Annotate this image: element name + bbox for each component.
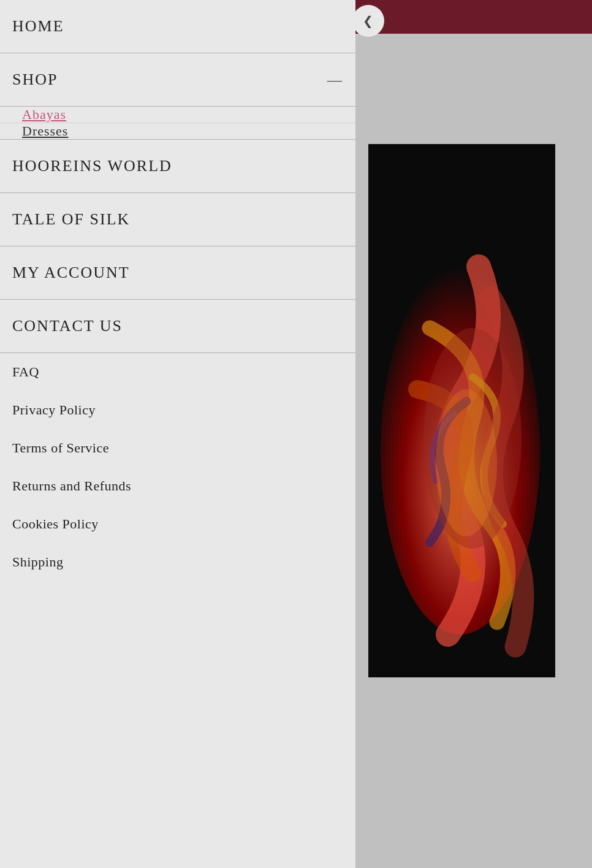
- nav-item-terms-of-service: Terms of Service: [0, 429, 355, 467]
- nav-link-shipping[interactable]: Shipping: [0, 543, 355, 581]
- main-navigation: HOME SHOP — AbayasDressesHOOREINS WORLDT…: [0, 0, 355, 581]
- nav-link-faq[interactable]: FAQ: [0, 353, 355, 391]
- shop-toggle-icon[interactable]: —: [327, 72, 343, 88]
- nav-item-shipping: Shipping: [0, 543, 355, 581]
- sub-link-dresses[interactable]: Dresses: [0, 111, 80, 151]
- nav-panel: HOME SHOP — AbayasDressesHOOREINS WORLDT…: [0, 0, 355, 868]
- nav-item-home: HOME: [0, 0, 355, 53]
- back-button[interactable]: [352, 5, 384, 37]
- nav-link-tale-of-silk[interactable]: TALE OF SILK: [0, 193, 355, 246]
- shop-label: SHOP: [12, 70, 58, 89]
- nav-link-contact-us[interactable]: CONTACT US: [0, 300, 355, 352]
- sub-item-dresses: Dresses: [0, 123, 355, 139]
- nav-item-contact-us: CONTACT US: [0, 300, 355, 353]
- nav-item-cookies-policy: Cookies Policy: [0, 505, 355, 543]
- nav-item-my-account: MY ACCOUNT: [0, 246, 355, 300]
- nav-item-tale-of-silk: TALE OF SILK: [0, 193, 355, 246]
- nav-link-home[interactable]: HOME: [0, 0, 355, 53]
- nav-item-returns-and-refunds: Returns and Refunds: [0, 467, 355, 505]
- nav-link-cookies-policy[interactable]: Cookies Policy: [0, 505, 355, 543]
- nav-link-my-account[interactable]: MY ACCOUNT: [0, 246, 355, 299]
- gray-separator: [355, 34, 592, 144]
- nav-link-terms-of-service[interactable]: Terms of Service: [0, 429, 355, 467]
- shop-sub-list: AbayasDresses: [0, 107, 355, 140]
- main-nav-list: HOME SHOP — AbayasDressesHOOREINS WORLDT…: [0, 0, 355, 581]
- svg-point-3: [436, 389, 497, 536]
- nav-link-privacy-policy[interactable]: Privacy Policy: [0, 391, 355, 429]
- top-bar-right: [355, 0, 592, 34]
- nav-item-privacy-policy: Privacy Policy: [0, 391, 355, 429]
- nav-link-returns-and-refunds[interactable]: Returns and Refunds: [0, 467, 355, 505]
- decorative-image: [368, 144, 555, 677]
- nav-item-faq: FAQ: [0, 353, 355, 391]
